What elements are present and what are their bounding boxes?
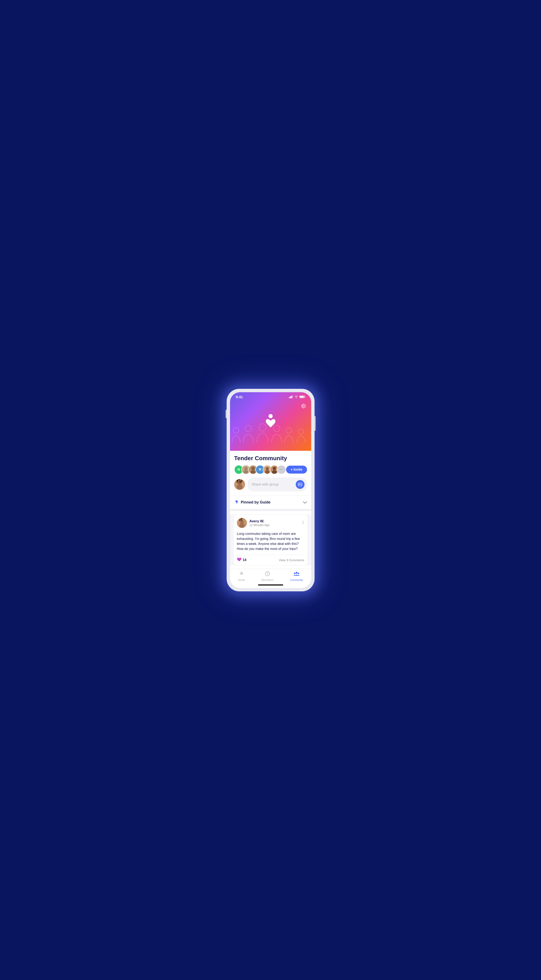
community-nav-label: Community (290, 579, 303, 582)
svg-rect-2 (291, 396, 292, 398)
bottom-nav: Home Reminders (230, 569, 311, 583)
heart-icon (237, 557, 241, 563)
posts-area: Avery W. 12 Minutes Ago Long commutes ta… (230, 514, 311, 565)
svg-point-24 (265, 470, 270, 474)
avatar-more[interactable]: ··· (277, 465, 286, 474)
status-icons (289, 395, 305, 399)
signal-icon (289, 395, 293, 399)
pinned-label: Pinned by Guide (241, 500, 271, 504)
svg-point-12 (298, 429, 303, 434)
members-row: N (234, 465, 307, 474)
reminders-nav-label: Reminders (262, 579, 273, 582)
post-card: Avery W. 12 Minutes Ago Long commutes ta… (233, 514, 308, 565)
nav-item-community[interactable]: Community (290, 571, 303, 582)
hero-banner: 9:41 (230, 392, 311, 451)
svg-point-39 (298, 573, 299, 574)
community-icon (294, 571, 300, 578)
likes-count[interactable]: 14 (237, 557, 247, 563)
svg-point-11 (286, 428, 292, 433)
post-time: 12 Minutes Ago (249, 523, 270, 527)
nav-item-reminders[interactable]: Reminders (262, 571, 273, 582)
post-chevron-icon[interactable] (302, 520, 304, 525)
home-nav-label: Home (238, 579, 245, 582)
phone-screen: 9:41 (230, 392, 311, 588)
wifi-icon (294, 395, 298, 399)
avatars-group: N (234, 465, 286, 474)
post-author-info: Avery W. 12 Minutes Ago (237, 518, 270, 528)
svg-point-7 (233, 428, 239, 433)
post-author-name: Avery W. (249, 519, 270, 523)
svg-point-26 (273, 467, 276, 470)
home-indicator (258, 584, 283, 585)
post-header: Avery W. 12 Minutes Ago (233, 515, 308, 530)
view-comments-button[interactable]: View 3 Comments (279, 558, 304, 562)
svg-point-38 (294, 573, 295, 574)
share-input-wrap[interactable]: Share with group (247, 477, 307, 492)
svg-point-17 (244, 467, 247, 470)
home-icon (239, 571, 244, 578)
main-content: Tender Community N (230, 451, 311, 509)
hero-heart-icon (261, 412, 280, 435)
svg-rect-1 (290, 396, 291, 398)
community-title: Tender Community (234, 455, 307, 461)
current-user-avatar (234, 479, 245, 490)
battery-icon (300, 395, 305, 399)
settings-icon[interactable] (300, 403, 306, 410)
svg-rect-5 (305, 396, 305, 398)
pinned-chevron-icon (303, 500, 307, 505)
svg-point-14 (311, 430, 311, 435)
svg-point-23 (266, 467, 269, 470)
pin-icon (234, 500, 239, 505)
reminders-icon (265, 571, 270, 578)
status-bar: 9:41 (230, 392, 311, 399)
svg-point-37 (295, 572, 297, 574)
invite-button[interactable]: + Invite (286, 466, 307, 474)
svg-rect-0 (289, 397, 290, 398)
likes-number: 14 (243, 558, 247, 562)
phone-device: 9:41 (227, 389, 314, 591)
section-break (230, 509, 311, 511)
status-time: 9:41 (236, 395, 243, 399)
svg-point-20 (251, 467, 254, 470)
svg-point-27 (272, 470, 277, 474)
svg-point-15 (268, 414, 273, 418)
post-actions: 14 View 3 Comments (233, 555, 308, 565)
svg-point-35 (239, 523, 245, 528)
svg-point-18 (244, 470, 248, 474)
pinned-section[interactable]: Pinned by Guide (234, 496, 307, 509)
post-body: Long commutes taking care of mom are exh… (233, 530, 308, 555)
svg-rect-6 (300, 396, 304, 398)
pinned-left: Pinned by Guide (234, 500, 271, 505)
svg-rect-3 (292, 395, 293, 398)
svg-point-30 (237, 484, 243, 490)
share-row: Share with group (234, 477, 307, 492)
svg-point-21 (251, 470, 255, 474)
share-image-button[interactable] (296, 480, 305, 489)
svg-point-8 (245, 425, 251, 431)
nav-item-home[interactable]: Home (238, 571, 245, 582)
share-placeholder[interactable]: Share with group (252, 482, 294, 487)
post-avatar[interactable] (237, 518, 247, 528)
post-author-meta: Avery W. 12 Minutes Ago (249, 519, 270, 527)
